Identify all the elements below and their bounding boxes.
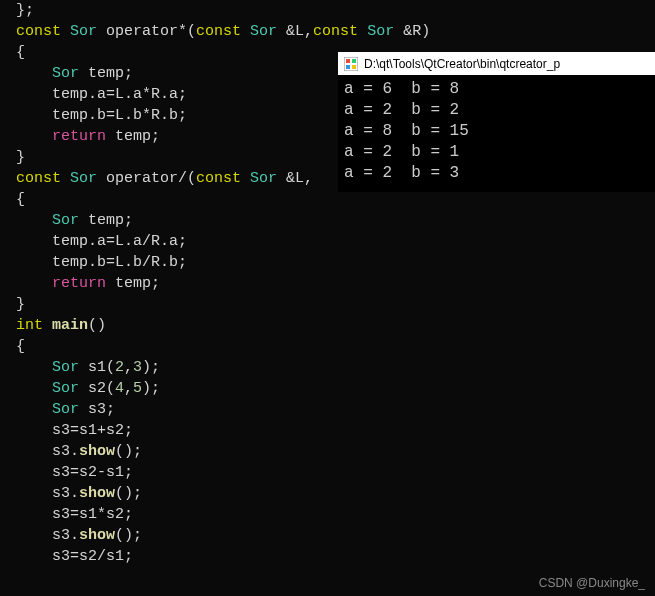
app-icon [344, 57, 358, 71]
code-line: Sor temp; [16, 210, 655, 231]
code-line: Sor s3; [16, 399, 655, 420]
svg-rect-4 [352, 65, 356, 69]
console-output: a = 6 b = 8 a = 2 b = 2 a = 8 b = 15 a =… [338, 75, 655, 188]
code-line: int main() [16, 315, 655, 336]
output-line: a = 2 b = 3 [344, 163, 649, 184]
output-line: a = 2 b = 1 [344, 142, 649, 163]
code-line: s3.show(); [16, 441, 655, 462]
code-line: s3=s1+s2; [16, 420, 655, 441]
code-line: } [16, 294, 655, 315]
code-line: { [16, 189, 655, 210]
code-line: Sor s1(2,3); [16, 357, 655, 378]
watermark: CSDN @Duxingke_ [539, 576, 645, 590]
code-line: const Sor operator*(const Sor &L,const S… [16, 21, 655, 42]
code-line: Sor s2(4,5); [16, 378, 655, 399]
code-line: s3.show(); [16, 525, 655, 546]
console-window[interactable]: D:\qt\Tools\QtCreator\bin\qtcreator_p a … [338, 52, 655, 192]
output-line: a = 6 b = 8 [344, 79, 649, 100]
code-line: }; [16, 0, 655, 21]
code-line: temp.b=L.b/R.b; [16, 252, 655, 273]
code-line: { [16, 336, 655, 357]
output-line: a = 2 b = 2 [344, 100, 649, 121]
svg-rect-2 [352, 59, 356, 63]
window-title-bar[interactable]: D:\qt\Tools\QtCreator\bin\qtcreator_p [338, 53, 655, 75]
code-line: s3=s2-s1; [16, 462, 655, 483]
code-line: temp.a=L.a/R.a; [16, 231, 655, 252]
code-line: s3=s1*s2; [16, 504, 655, 525]
output-line: a = 8 b = 15 [344, 121, 649, 142]
svg-rect-1 [346, 59, 350, 63]
svg-rect-3 [346, 65, 350, 69]
code-line: return temp; [16, 273, 655, 294]
code-line: s3.show(); [16, 483, 655, 504]
window-title: D:\qt\Tools\QtCreator\bin\qtcreator_p [364, 57, 560, 71]
code-line: s3=s2/s1; [16, 546, 655, 567]
